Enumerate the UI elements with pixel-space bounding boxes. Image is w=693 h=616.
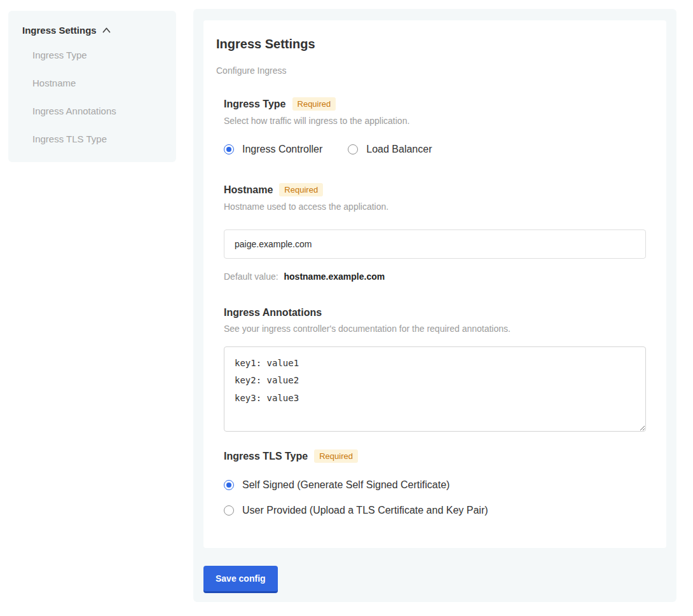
page-subtitle: Configure Ingress	[216, 65, 646, 76]
field-help-hostname: Hostname used to access the application.	[224, 202, 646, 212]
hostname-default-line: Default value: hostname.example.com	[224, 271, 646, 282]
default-value-label: Default value:	[224, 271, 278, 282]
radio-ingress-controller[interactable]: Ingress Controller	[224, 144, 322, 155]
radio-user-provided[interactable]: User Provided (Upload a TLS Certificate …	[224, 505, 646, 516]
section-hostname: Hostname Required Hostname used to acces…	[224, 183, 646, 282]
section-header: Ingress TLS Type Required	[224, 449, 646, 463]
radio-checked-icon	[224, 144, 234, 154]
section-header: Ingress Annotations	[224, 307, 646, 318]
sidebar-item-list: Ingress Type Hostname Ingress Annotation…	[22, 50, 163, 144]
field-label-ingress-annotations: Ingress Annotations	[224, 307, 322, 318]
sidebar-item-ingress-tls-type[interactable]: Ingress TLS Type	[32, 133, 163, 144]
page-title: Ingress Settings	[216, 37, 646, 51]
field-help-ingress-annotations: See your ingress controller's documentat…	[224, 324, 646, 334]
radio-self-signed[interactable]: Self Signed (Generate Self Signed Certif…	[224, 479, 646, 491]
sidebar-group-ingress-settings[interactable]: Ingress Settings	[22, 25, 163, 36]
hostname-input[interactable]	[224, 229, 646, 259]
config-card: Ingress Settings Configure Ingress Ingre…	[203, 20, 666, 548]
ingress-type-radio-group: Ingress Controller Load Balancer	[224, 144, 646, 155]
default-value-text: hostname.example.com	[284, 271, 385, 282]
required-badge: Required	[314, 449, 358, 463]
sidebar-group-title: Ingress Settings	[22, 25, 97, 36]
radio-label: User Provided (Upload a TLS Certificate …	[242, 505, 488, 516]
section-header: Hostname Required	[224, 183, 646, 196]
section-ingress-type: Ingress Type Required Select how traffic…	[224, 97, 646, 155]
section-ingress-annotations: Ingress Annotations See your ingress con…	[224, 307, 646, 434]
ingress-annotations-textarea[interactable]: key1: value1 key2: value2 key3: value3	[224, 346, 646, 432]
section-ingress-tls-type: Ingress TLS Type Required Self Signed (G…	[224, 449, 646, 516]
radio-load-balancer[interactable]: Load Balancer	[348, 144, 432, 155]
required-badge: Required	[292, 97, 336, 111]
required-badge: Required	[279, 183, 323, 196]
config-nav-sidebar: Ingress Settings Ingress Type Hostname I…	[8, 11, 176, 162]
field-label-ingress-type: Ingress Type	[224, 99, 286, 110]
radio-unchecked-icon	[348, 144, 358, 154]
radio-label: Load Balancer	[366, 144, 432, 155]
sidebar-item-hostname[interactable]: Hostname	[32, 78, 163, 88]
field-label-ingress-tls-type: Ingress TLS Type	[224, 451, 308, 462]
save-config-button[interactable]: Save config	[203, 566, 278, 591]
config-panel: Ingress Settings Configure Ingress Ingre…	[193, 9, 676, 602]
field-help-ingress-type: Select how traffic will ingress to the a…	[224, 116, 646, 126]
radio-unchecked-icon	[224, 505, 234, 516]
sidebar-item-ingress-type[interactable]: Ingress Type	[32, 50, 163, 60]
chevron-up-icon	[102, 27, 111, 33]
radio-label: Self Signed (Generate Self Signed Certif…	[242, 479, 449, 491]
radio-label: Ingress Controller	[242, 144, 322, 155]
radio-checked-icon	[224, 480, 234, 490]
tls-type-radio-group: Self Signed (Generate Self Signed Certif…	[224, 479, 646, 516]
sidebar-item-ingress-annotations[interactable]: Ingress Annotations	[32, 106, 163, 116]
field-label-hostname: Hostname	[224, 184, 273, 196]
section-header: Ingress Type Required	[224, 97, 646, 111]
